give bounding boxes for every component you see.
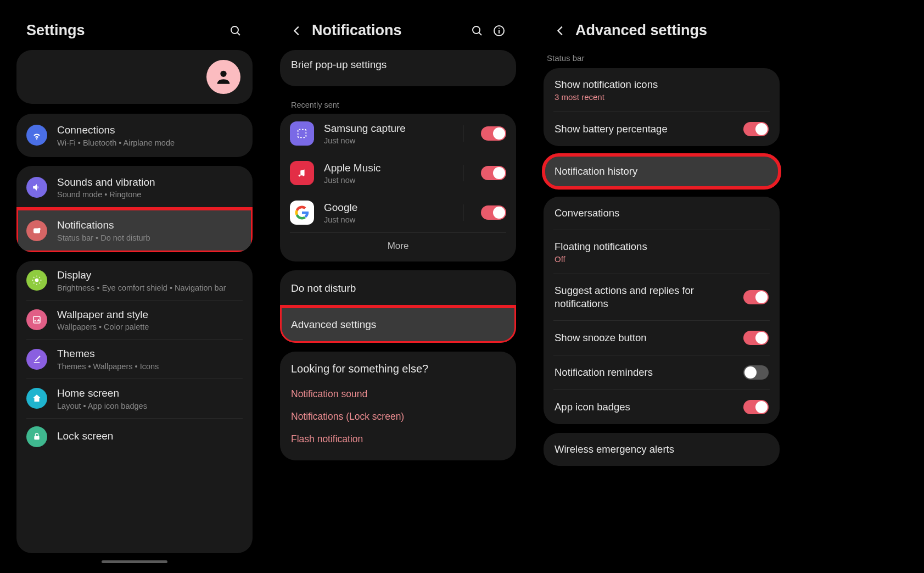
info-icon[interactable] [492, 24, 506, 38]
lock-item[interactable]: Lock screen [16, 419, 253, 455]
recent-samsung-capture[interactable]: Samsung capture Just now [280, 114, 516, 153]
settings-screen: Settings Connections Wi-Fi • Bluetooth •… [16, 11, 253, 562]
link-notifications-lockscreen[interactable]: Notifications (Lock screen) [280, 405, 516, 428]
snooze-item[interactable]: Show snooze button [544, 321, 780, 355]
toggle-samsung-capture[interactable] [481, 126, 506, 141]
svg-rect-21 [298, 130, 306, 138]
advanced-settings-item[interactable]: Advanced settings [280, 307, 516, 343]
back-icon[interactable] [290, 24, 304, 38]
toggle-battery[interactable] [743, 122, 769, 136]
svg-line-1 [238, 32, 240, 35]
notifications-sub: Status bar • Do not disturb [57, 233, 243, 242]
search-icon[interactable] [228, 24, 243, 38]
conversations-title: Conversations [555, 207, 619, 220]
svg-point-2 [220, 71, 226, 77]
recent-apple-music[interactable]: Apple Music Just now [280, 153, 516, 193]
apple-music-icon [290, 161, 314, 185]
connections-item[interactable]: Connections Wi-Fi • Bluetooth • Airplane… [16, 114, 253, 157]
themes-title: Themes [57, 347, 243, 361]
display-item[interactable]: Display Brightness • Eye comfort shield … [16, 261, 253, 300]
sounds-title: Sounds and vibration [57, 176, 243, 190]
floating-sub: Off [555, 254, 769, 264]
themes-sub: Themes • Wallpapers • Icons [57, 362, 243, 371]
page-title: Notifications [312, 22, 462, 39]
brush-icon [26, 349, 47, 370]
battery-item[interactable]: Show battery percentage [544, 112, 780, 146]
sounds-item[interactable]: Sounds and vibration Sound mode • Ringto… [16, 166, 253, 209]
home-icon [26, 388, 47, 409]
notifications-item[interactable]: Notifications Status bar • Do not distur… [16, 209, 253, 252]
dnd-item[interactable]: Do not disturb [280, 270, 516, 307]
toggle-apple-music[interactable] [481, 166, 506, 180]
more-button[interactable]: More [280, 233, 516, 262]
svg-rect-14 [33, 316, 40, 323]
show-icons-title: Show notification icons [555, 78, 769, 91]
conversations-item[interactable]: Conversations [544, 197, 780, 230]
suggest-item[interactable]: Suggest actions and replies for notifica… [544, 274, 780, 320]
toggle-suggest[interactable] [743, 290, 769, 304]
recently-sent-label: Recently sent [280, 95, 516, 114]
lock-title: Lock screen [57, 430, 243, 443]
show-icons-item[interactable]: Show notification icons 3 most recent [544, 68, 780, 112]
svg-line-13 [40, 277, 40, 278]
svg-line-10 [33, 277, 34, 278]
looking-header: Looking for something else? [280, 352, 516, 383]
recent-title: Google [324, 201, 447, 215]
connections-card: Connections Wi-Fi • Bluetooth • Airplane… [16, 114, 253, 157]
svg-line-17 [479, 32, 482, 35]
status-bar-label: Status bar [544, 50, 780, 68]
samsung-capture-icon [290, 121, 314, 146]
recent-sub: Just now [324, 136, 447, 145]
svg-line-11 [40, 283, 40, 283]
connections-sub: Wi-Fi • Bluetooth • Airplane mode [57, 138, 243, 147]
home-title: Home screen [57, 387, 243, 400]
toggle-google[interactable] [481, 205, 506, 220]
notification-history-item[interactable]: Notification history [544, 155, 780, 188]
display-card: Display Brightness • Eye comfort shield … [16, 261, 253, 553]
notifications-screen: Notifications Brief pop-up settings Rece… [280, 11, 516, 562]
floating-item[interactable]: Floating notifications Off [544, 230, 780, 274]
badges-item[interactable]: App icon badges [544, 390, 780, 424]
wireless-title: Wireless emergency alerts [555, 443, 674, 456]
search-icon[interactable] [470, 24, 484, 38]
recent-google[interactable]: Google Just now [280, 193, 516, 232]
svg-point-20 [499, 27, 500, 29]
recent-card: Samsung capture Just now Apple Music Jus… [280, 114, 516, 262]
profile-card[interactable] [16, 50, 253, 104]
home-sub: Layout • App icon badges [57, 402, 243, 410]
link-flash-notification[interactable]: Flash notification [280, 428, 516, 450]
google-icon [290, 201, 314, 225]
notification-icon [26, 220, 47, 241]
wifi-icon [26, 125, 47, 146]
link-notification-sound[interactable]: Notification sound [280, 383, 516, 405]
looking-card: Looking for something else? Notification… [280, 352, 516, 460]
status-bar-card: Show notification icons 3 most recent Sh… [544, 68, 780, 146]
themes-item[interactable]: Themes Themes • Wallpapers • Icons [16, 340, 253, 379]
home-item[interactable]: Home screen Layout • App icon badges [16, 379, 253, 418]
wireless-card: Wireless emergency alerts [544, 433, 780, 466]
history-title: Notification history [555, 165, 637, 178]
reminders-title: Notification reminders [555, 366, 736, 379]
toggle-snooze[interactable] [743, 331, 769, 345]
reminders-item[interactable]: Notification reminders [544, 355, 780, 390]
page-title: Settings [26, 22, 221, 39]
notifications-header: Notifications [280, 11, 516, 50]
advanced-settings-screen: Advanced settings Status bar Show notifi… [544, 11, 780, 562]
brief-card: Brief pop-up settings [280, 50, 516, 86]
wireless-item[interactable]: Wireless emergency alerts [544, 433, 780, 466]
recent-title: Samsung capture [324, 122, 447, 136]
toggle-reminders[interactable] [743, 365, 769, 380]
mid-card: Conversations Floating notifications Off… [544, 197, 780, 424]
back-icon[interactable] [553, 24, 568, 38]
toggle-badges[interactable] [743, 400, 769, 414]
svg-point-5 [35, 279, 39, 282]
dnd-card: Do not disturb Advanced settings [280, 270, 516, 343]
brief-popup-item[interactable]: Brief pop-up settings [280, 50, 516, 81]
svg-point-4 [38, 227, 41, 230]
connections-title: Connections [57, 124, 243, 137]
sounds-notif-card: Sounds and vibration Sound mode • Ringto… [16, 166, 253, 252]
svg-line-12 [33, 283, 34, 283]
wallpaper-item[interactable]: Wallpaper and style Wallpapers • Color p… [16, 301, 253, 340]
home-indicator [102, 560, 167, 563]
recent-sub: Just now [324, 176, 447, 185]
